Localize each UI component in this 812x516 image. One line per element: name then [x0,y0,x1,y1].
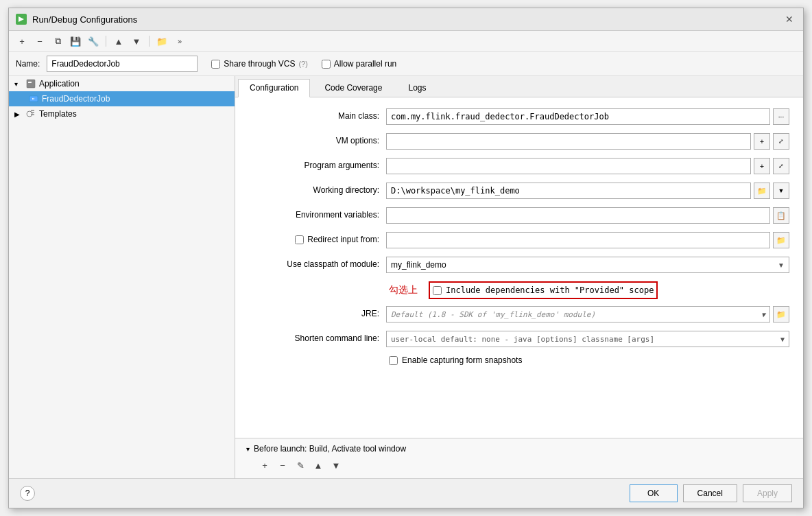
cancel-button[interactable]: Cancel [683,484,737,502]
content-area: ▾ Application FraudDedectorJob [9,76,803,478]
add-config-button[interactable]: + [14,34,29,49]
working-dir-label: Working directory: [249,183,386,195]
frauddedectorjob-icon [28,93,39,104]
application-chevron: ▾ [14,80,23,88]
bottom-right: OK Cancel Apply [630,484,792,502]
vm-options-add-button[interactable]: + [754,133,770,150]
before-launch-chevron: ▾ [246,445,250,453]
program-args-expand-button[interactable]: ⤢ [773,158,789,174]
jre-arrow: ▼ [761,311,765,318]
jre-label: JRE: [249,306,386,318]
enable-capturing-area: Enable capturing form snapshots [389,355,522,365]
before-launch-edit-button[interactable]: ✎ [293,458,308,473]
working-dir-row: Working directory: 📁 ▼ [249,183,789,200]
use-classpath-dropdown[interactable]: my_flink_demo ▼ [386,257,789,273]
templates-icon [25,108,36,119]
working-dir-input[interactable] [386,183,751,199]
share-checkbox-area: Share through VCS (?) [211,59,308,69]
program-args-label: Program arguments: [249,158,386,170]
env-vars-input[interactable] [386,207,770,224]
main-class-input[interactable] [386,108,770,125]
before-launch-header: ▾ Before launch: Build, Activate tool wi… [246,444,792,454]
working-dir-dropdown-button[interactable]: ▼ [773,183,789,199]
settings-button[interactable]: 🔧 [86,34,101,49]
application-label: Application [39,79,80,89]
tree-item-templates[interactable]: ▶ Templates [9,106,235,121]
program-args-input[interactable] [386,158,751,174]
toolbar: + − ⧉ 💾 🔧 ▲ ▼ 📁 » [9,31,803,52]
program-args-control: + ⤢ [386,158,789,174]
working-dir-browse-button[interactable]: 📁 [754,183,770,199]
dialog-title: Run/Debug Configurations [32,14,137,25]
more-button[interactable]: » [172,34,187,49]
folder-button[interactable]: 📁 [154,34,169,49]
form-area: Main class: ··· VM options: + ⤢ [235,97,803,438]
vm-options-label: VM options: [249,133,386,145]
svg-point-5 [27,111,32,117]
vm-options-expand-button[interactable]: ⤢ [773,133,789,150]
include-deps-checkbox[interactable] [433,286,442,295]
jre-dropdown[interactable]: Default (1.8 - SDK of 'my_flink_demo' mo… [386,306,770,322]
jre-browse-button[interactable]: 📁 [773,306,789,322]
apply-button[interactable]: Apply [743,484,792,502]
tree-item-application[interactable]: ▾ Application [9,76,235,91]
env-vars-row: Environment variables: 📋 [249,207,789,225]
redirect-input-input[interactable] [386,232,770,248]
templates-chevron: ▶ [14,110,23,118]
redirect-input-checkbox[interactable] [295,235,304,244]
enable-capturing-checkbox[interactable] [389,356,398,365]
ok-button[interactable]: OK [630,484,678,502]
bottom-bar: ? OK Cancel Apply [9,478,803,508]
name-input[interactable] [47,56,198,72]
right-panel: Configuration Code Coverage Logs Main cl… [235,76,803,478]
main-class-label: Main class: [249,108,386,121]
main-class-control: ··· [386,108,789,125]
use-classpath-control: my_flink_demo ▼ [386,257,789,273]
jre-row: JRE: Default (1.8 - SDK of 'my_flink_dem… [249,306,789,324]
enable-capturing-row: Enable capturing form snapshots [249,355,789,373]
svg-rect-2 [28,82,32,83]
shorten-cmd-control: user-local default: none - java [options… [386,331,789,347]
name-bar: Name: Share through VCS (?) Allow parall… [9,52,803,76]
redirect-input-browse-button[interactable]: 📁 [773,232,789,248]
shorten-cmd-arrow: ▼ [780,336,785,343]
allow-parallel-checkbox[interactable] [322,60,331,69]
title-bar: Run/Debug Configurations ✕ [9,8,803,31]
vm-options-input[interactable] [386,133,751,150]
before-launch-add-button[interactable]: + [257,458,272,473]
env-vars-edit-button[interactable]: 📋 [773,207,789,224]
left-panel: ▾ Application FraudDedectorJob [9,76,235,478]
before-launch-remove-button[interactable]: − [275,458,290,473]
before-launch-label: Before launch: Build, Activate tool wind… [254,444,406,454]
name-label: Name: [16,59,40,69]
help-button[interactable]: ? [20,486,35,501]
templates-label: Templates [39,109,77,119]
program-args-add-button[interactable]: + [754,158,770,174]
redirect-input-row: Redirect input from: 📁 [249,232,789,250]
shorten-cmd-value: user-local default: none - java [options… [391,335,654,344]
remove-config-button[interactable]: − [32,34,47,49]
tab-configuration[interactable]: Configuration [238,79,310,97]
copy-config-button[interactable]: ⧉ [50,34,65,49]
before-launch-down-button[interactable]: ▼ [329,458,344,473]
share-vcs-checkbox[interactable] [211,60,220,69]
move-down-button[interactable]: ▼ [129,34,144,49]
dialog-icon [16,14,27,25]
svg-marker-0 [19,16,24,22]
save-config-button[interactable]: 💾 [68,34,83,49]
main-class-browse-button[interactable]: ··· [773,108,789,125]
move-up-button[interactable]: ▲ [111,34,126,49]
vm-options-row: VM options: + ⤢ [249,133,789,151]
application-icon [25,78,36,89]
tab-code-coverage[interactable]: Code Coverage [313,79,394,97]
run-debug-dialog: Run/Debug Configurations ✕ + − ⧉ 💾 🔧 ▲ ▼… [8,8,804,508]
before-launch-up-button[interactable]: ▲ [311,458,326,473]
working-dir-control: 📁 ▼ [386,183,789,199]
tab-logs[interactable]: Logs [396,79,438,97]
close-button[interactable]: ✕ [783,12,796,26]
tree-item-frauddedectorjob[interactable]: FraudDedectorJob [9,91,235,106]
shorten-cmd-dropdown[interactable]: user-local default: none - java [options… [386,331,789,347]
tabs-bar: Configuration Code Coverage Logs [235,76,803,97]
env-vars-label: Environment variables: [249,207,386,220]
use-classpath-arrow: ▼ [778,261,785,269]
